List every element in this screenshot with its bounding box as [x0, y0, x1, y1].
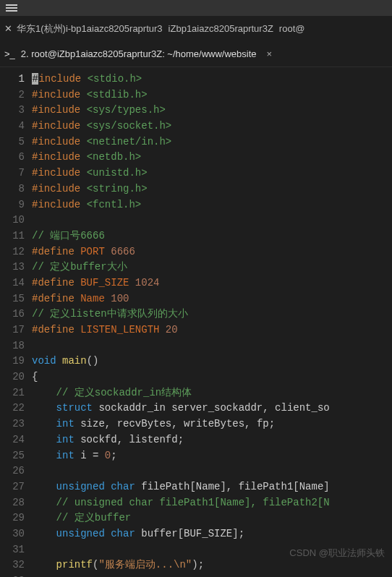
code-line[interactable]: 33	[0, 573, 392, 577]
code-content: printf("服务端启动...\n");	[32, 557, 392, 573]
code-line[interactable]: 22 struct sockaddr_in server_sockaddr, c…	[0, 401, 392, 416]
code-content: {	[32, 369, 392, 385]
code-line[interactable]: 18	[0, 338, 392, 354]
code-content	[32, 542, 392, 558]
code-line[interactable]: 23 int size, recvBytes, writeBytes, fp;	[0, 416, 392, 432]
line-number: 14	[0, 275, 32, 291]
line-number: 21	[0, 385, 32, 401]
line-number: 29	[0, 510, 32, 526]
line-number: 3	[0, 103, 32, 119]
line-number: 27	[0, 479, 32, 495]
menu-icon[interactable]	[6, 3, 17, 13]
code-line[interactable]: 24 int sockfd, listenfd;	[0, 432, 392, 448]
line-number: 18	[0, 338, 32, 354]
line-number: 11	[0, 228, 32, 244]
code-line[interactable]: 14#define BUF_SIZE 1024	[0, 275, 392, 291]
code-content: // 端口号6666	[32, 228, 392, 244]
code-line[interactable]: 30 unsigned char buffer[BUF_SIZE];	[0, 526, 392, 542]
code-content: #include <sys/types.h>	[32, 103, 392, 119]
code-line[interactable]: 12#define PORT 6666	[0, 244, 392, 260]
code-content: #include <stdlib.h>	[32, 87, 392, 103]
line-number: 12	[0, 244, 32, 260]
code-line[interactable]: 5#include <netinet/in.h>	[0, 134, 392, 150]
window-title-bar	[0, 0, 392, 16]
close-icon[interactable]: ✕	[4, 23, 12, 34]
code-line[interactable]: 6#include <netdb.h>	[0, 150, 392, 166]
code-content: // 定义sockaddr_in结构体	[32, 385, 392, 401]
code-content: #include <fcntl.h>	[32, 197, 392, 213]
session-tab[interactable]: >_ 2. root@iZbp1aiazc8205raprtur3Z: ~/ho…	[0, 41, 392, 67]
line-number: 24	[0, 432, 32, 448]
code-content: unsigned char filePath[Name], filePath1[…	[32, 479, 392, 495]
code-line[interactable]: 16// 定义listen中请求队列的大小	[0, 307, 392, 322]
session-tab-label: 2. root@iZbp1aiazc8205raprtur3Z: ~/home/…	[21, 48, 257, 59]
line-number: 26	[0, 463, 32, 479]
host-tab-1[interactable]: 华东1(杭州)i-bp1aiazc8205raprtur3	[17, 22, 163, 35]
line-number: 7	[0, 166, 32, 181]
line-number: 4	[0, 119, 32, 134]
code-line[interactable]: 28 // unsigned char filePath1[Name], fil…	[0, 495, 392, 511]
code-line[interactable]: 25 int i = 0;	[0, 448, 392, 464]
host-tab-3[interactable]: root@	[279, 23, 305, 34]
code-content	[32, 573, 392, 577]
code-line[interactable]: 8#include <string.h>	[0, 181, 392, 197]
code-content: unsigned char buffer[BUF_SIZE];	[32, 526, 392, 542]
code-content: #include <sys/socket.h>	[32, 119, 392, 134]
code-line[interactable]: 15#define Name 100	[0, 291, 392, 307]
code-line[interactable]: 4#include <sys/socket.h>	[0, 119, 392, 134]
terminal-icon: >_	[4, 48, 15, 59]
line-number: 16	[0, 307, 32, 322]
code-line[interactable]: 11// 端口号6666	[0, 228, 392, 244]
code-line[interactable]: 1#include <stdio.h>	[0, 72, 392, 87]
line-number: 31	[0, 542, 32, 558]
code-line[interactable]: 27 unsigned char filePath[Name], filePat…	[0, 479, 392, 495]
code-line[interactable]: 29 // 定义buffer	[0, 510, 392, 526]
line-number: 13	[0, 260, 32, 275]
code-content: int size, recvBytes, writeBytes, fp;	[32, 416, 392, 432]
code-line[interactable]: 26	[0, 463, 392, 479]
cursor: #	[32, 73, 38, 85]
code-line[interactable]: 7#include <unistd.h>	[0, 166, 392, 181]
code-content: // 定义buffer	[32, 510, 392, 526]
code-content: #define PORT 6666	[32, 244, 392, 260]
line-number: 2	[0, 87, 32, 103]
line-number: 15	[0, 291, 32, 307]
code-content: // 定义listen中请求队列的大小	[32, 307, 392, 322]
line-number: 32	[0, 557, 32, 573]
code-content: #define Name 100	[32, 291, 392, 307]
code-content: struct sockaddr_in server_sockaddr, clie…	[32, 401, 392, 416]
line-number: 6	[0, 150, 32, 166]
code-line[interactable]: 13// 定义buffer大小	[0, 260, 392, 275]
line-number: 5	[0, 134, 32, 150]
code-content: #include <string.h>	[32, 181, 392, 197]
tab-close-icon[interactable]: ×	[263, 48, 277, 59]
code-content: #define BUF_SIZE 1024	[32, 275, 392, 291]
code-line[interactable]: 17#define LISTEN_LENGTH 20	[0, 322, 392, 338]
line-number: 33	[0, 573, 32, 577]
code-line[interactable]: 2#include <stdlib.h>	[0, 87, 392, 103]
code-content: #include <netdb.h>	[32, 150, 392, 166]
code-line[interactable]: 3#include <sys/types.h>	[0, 103, 392, 119]
code-line[interactable]: 32 printf("服务端启动...\n");	[0, 557, 392, 573]
code-content: // 定义buffer大小	[32, 260, 392, 275]
line-number: 8	[0, 181, 32, 197]
code-line[interactable]: 9#include <fcntl.h>	[0, 197, 392, 213]
line-number: 10	[0, 213, 32, 228]
code-line[interactable]: 31	[0, 542, 392, 558]
host-tab-2[interactable]: iZbp1aiazc8205raprtur3Z	[169, 23, 273, 34]
code-line[interactable]: 19void main()	[0, 354, 392, 369]
code-content: // unsigned char filePath1[Name], filePa…	[32, 495, 392, 511]
code-content: #include <netinet/in.h>	[32, 134, 392, 150]
line-number: 20	[0, 369, 32, 385]
line-number: 1	[0, 72, 32, 87]
code-line[interactable]: 10	[0, 213, 392, 228]
code-content	[32, 463, 392, 479]
code-content: int i = 0;	[32, 448, 392, 464]
code-line[interactable]: 21 // 定义sockaddr_in结构体	[0, 385, 392, 401]
line-number: 17	[0, 322, 32, 338]
code-line[interactable]: 20{	[0, 369, 392, 385]
host-tab-row: ✕ 华东1(杭州)i-bp1aiazc8205raprtur3 iZbp1aia…	[0, 16, 392, 41]
editor-area[interactable]: 1#include <stdio.h>2#include <stdlib.h>3…	[0, 67, 392, 577]
code-content: #define LISTEN_LENGTH 20	[32, 322, 392, 338]
line-number: 9	[0, 197, 32, 213]
